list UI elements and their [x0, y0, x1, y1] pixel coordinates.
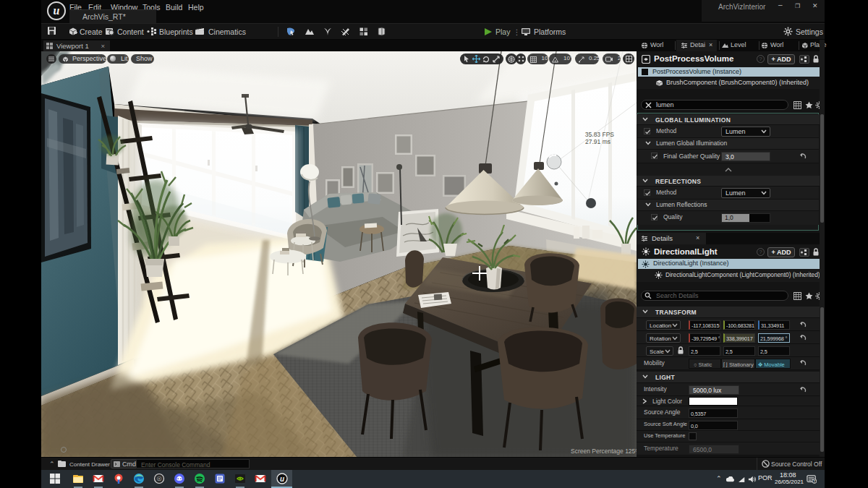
svg-text:u: u — [280, 475, 284, 483]
svg-text:35.83 FPS: 35.83 FPS — [585, 131, 614, 138]
svg-text:☉: ☉ — [156, 476, 161, 482]
svg-text:Screen Percentage 125%: Screen Percentage 125% — [571, 448, 637, 455]
svg-text:27.91 ms: 27.91 ms — [585, 138, 610, 145]
svg-text:7: 7 — [813, 479, 815, 484]
